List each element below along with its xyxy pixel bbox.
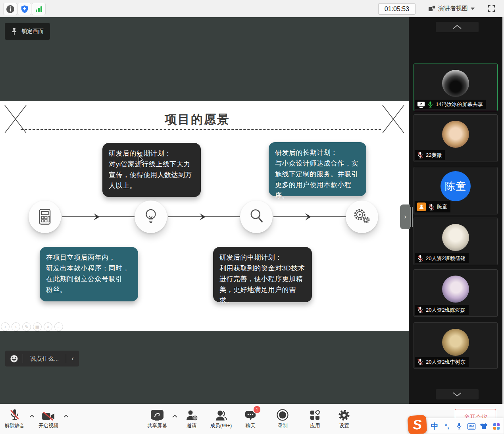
participant-name: 20人资2班陈煜媛 (426, 307, 466, 314)
lock-view-button[interactable]: 锁定画面 (5, 23, 50, 40)
mic-muted-icon (417, 358, 423, 366)
handle-grip-line (412, 207, 413, 227)
shared-screen-area: 锁定画面 项目的愿景 研发后的短期计划： 对yi管家进行线上线下大力 宣传，使得… (0, 17, 409, 404)
chevron-down-icon (471, 8, 475, 10)
screen-share-icon (417, 101, 425, 108)
prev-slide-button[interactable]: ‹ (1, 322, 10, 331)
mic-on-icon (427, 101, 433, 108)
signal-bars-icon (35, 6, 43, 13)
chevron-right-icon: › (404, 213, 406, 221)
timeline-node-2 (135, 201, 167, 233)
lock-view-label: 锁定画面 (21, 28, 44, 35)
layout-view-icon (429, 6, 435, 12)
meeting-info-button[interactable] (3, 3, 17, 15)
scroll-down-button[interactable] (436, 389, 479, 399)
participant-label: 20人资2班赖儒铭 (415, 253, 469, 263)
security-button[interactable] (17, 3, 31, 15)
person-icon (419, 204, 424, 210)
chat-button[interactable]: 1 聊天 (244, 408, 256, 429)
ime-toolbar: 中 °, (421, 418, 504, 434)
bubble-long-term-plan: 研发后的长期计划： 与小众设计师达成合作，实 施线下定制的服务。并吸引 更多的用… (269, 142, 366, 196)
start-video-button[interactable]: 开启视频 (38, 408, 58, 429)
chat-unread-badge: 1 (253, 405, 261, 414)
participant-name: 20人资2班李树东 (426, 359, 466, 366)
smiley-icon (10, 355, 18, 363)
participant-tile-chenyuyuan[interactable]: 20人资2班陈煜媛 (414, 269, 498, 317)
emoji-button[interactable] (5, 355, 23, 363)
members-button[interactable]: 成员(99+) (210, 408, 232, 429)
chat-input-placeholder[interactable]: 说点什么... (23, 355, 66, 363)
mouse-cursor (139, 156, 144, 164)
ime-punctuation-toggle[interactable]: °, (444, 418, 449, 434)
members-icon (215, 409, 227, 421)
ime-voice-button[interactable] (456, 418, 462, 434)
invite-person-icon (186, 409, 198, 421)
scroll-up-button[interactable] (436, 22, 479, 32)
chat-label: 聊天 (246, 422, 256, 429)
share-screen-button[interactable]: 共享屏幕 (147, 408, 167, 429)
avatar-anime-brown (442, 329, 469, 356)
ime-language-mode[interactable]: 中 (431, 418, 439, 434)
ime-keyboard-button[interactable] (467, 418, 476, 434)
pin-icon (11, 28, 17, 35)
settings-button[interactable]: 设置 (338, 408, 350, 429)
bubble-two-year-plan: 在项目立项后两年内， 研发出本款小程序；同时， 在此期间创立公众号吸引 粉丝。 (40, 247, 138, 301)
participant-tile-fengrubing[interactable]: 14冯汝冰的屏幕共享 (414, 64, 498, 111)
record-button[interactable]: 录制 (276, 408, 289, 429)
participant-name: 陈童 (437, 203, 447, 210)
zoom-slide-button[interactable]: ⌕ (44, 322, 52, 331)
participant-name: 22黄微 (426, 152, 442, 159)
unmute-button[interactable]: 解除静音 (5, 408, 25, 429)
sogou-ime-logo[interactable]: S (407, 415, 427, 434)
participant-name: 20人资2班赖儒铭 (426, 255, 466, 262)
share-options-chevron[interactable] (172, 415, 177, 418)
calculator-icon (37, 208, 53, 226)
sidebar-scrollbar[interactable] (502, 17, 504, 404)
video-options-chevron[interactable] (63, 415, 69, 418)
timer-value: 01:05:53 (385, 6, 409, 13)
all-slides-button[interactable]: ▦ (33, 322, 42, 331)
lightbulb-icon (143, 208, 159, 226)
participant-tile-huangwei[interactable]: 22黄微 (414, 114, 498, 162)
mic-muted-icon (417, 151, 423, 159)
avatar-cat (442, 70, 469, 97)
handle-grip-line (410, 207, 411, 227)
apps-label: 应用 (310, 422, 320, 429)
chevron-down-icon (452, 392, 462, 396)
network-quality-button[interactable] (32, 3, 46, 15)
start-video-label: 开启视频 (38, 422, 58, 429)
more-options-button[interactable]: ⋯ (54, 322, 63, 331)
mic-muted-icon (428, 203, 435, 211)
presenter-controls: ‹ › ✎ ▦ ⌕ ⋯ (1, 322, 63, 331)
timeline-node-3 (240, 201, 273, 233)
magnifier-icon (248, 208, 264, 226)
participant-tile-lairuming[interactable]: 20人资2班赖儒铭 (414, 218, 498, 265)
participant-label: 14冯汝冰的屏幕共享 (415, 100, 486, 109)
quick-chat-bar: 说点什么... ‹ (5, 351, 79, 366)
sidebar-collapse-handle[interactable]: › (400, 204, 410, 229)
invite-button[interactable]: 邀请 (186, 408, 198, 429)
ime-tools-button[interactable] (493, 418, 500, 434)
bubble-mid-term-plan: 研发后的中期计划： 利用获取到的资金对3D技术 进行完善，使小程序更加精 美，更… (213, 247, 312, 302)
participant-label: 陈童 (415, 201, 450, 212)
mic-options-chevron[interactable] (29, 415, 35, 418)
next-slide-button[interactable]: › (12, 322, 20, 331)
mic-muted-icon (417, 255, 423, 262)
host-badge (417, 203, 426, 211)
participant-tile-chentong[interactable]: 陈童 陈童 (414, 167, 498, 214)
dashed-divider (21, 129, 381, 130)
avatar-anime-white-hair (442, 224, 469, 251)
participant-name: 14冯汝冰的屏幕共享 (436, 101, 483, 108)
participants-sidebar: 14冯汝冰的屏幕共享 22黄微 陈童 (409, 17, 504, 404)
shield-plus-icon (20, 5, 29, 14)
ime-skin-button[interactable] (480, 418, 488, 434)
pen-tool-button[interactable]: ✎ (22, 322, 31, 331)
view-mode-button[interactable]: 演讲者视图 (425, 3, 478, 14)
apps-button[interactable]: 应用 (309, 408, 321, 429)
mic-muted-icon (10, 409, 20, 421)
collapse-chat-button[interactable]: ‹ (66, 355, 79, 362)
keyboard-icon (467, 423, 476, 430)
participant-tile-lishudong[interactable]: 20人资2班李树东 (414, 322, 498, 369)
fullscreen-button[interactable] (486, 3, 497, 14)
participant-label: 20人资2班李树东 (415, 357, 469, 367)
